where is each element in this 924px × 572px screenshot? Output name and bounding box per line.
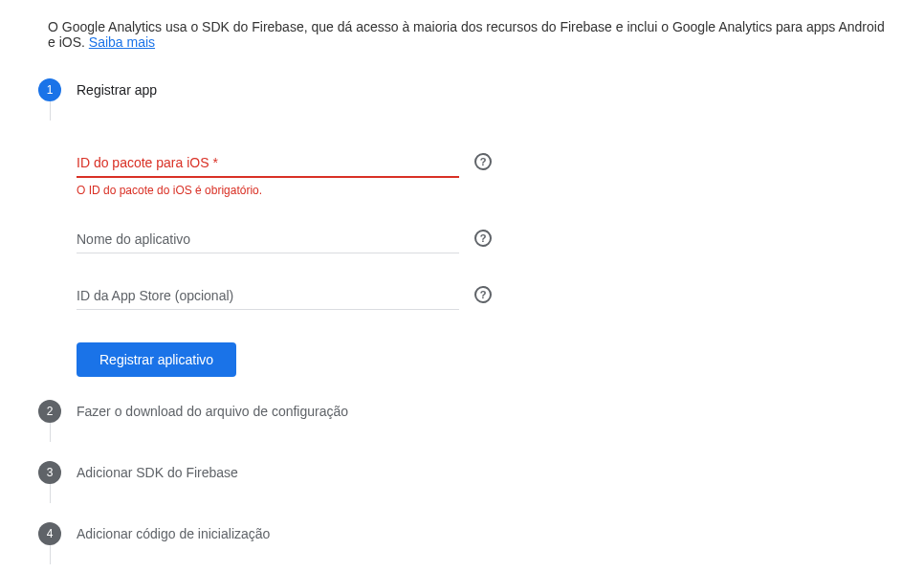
register-form: O ID do pacote do iOS é obrigatório. ? ?… <box>77 101 886 377</box>
bundle-id-input[interactable] <box>77 149 459 178</box>
app-store-id-input[interactable] <box>77 282 459 310</box>
connector <box>50 423 51 442</box>
step4-number: 4 <box>38 522 61 545</box>
step2-number: 2 <box>38 400 61 423</box>
bundle-id-error: O ID do pacote do iOS é obrigatório. <box>77 184 459 197</box>
step4-title: Adicionar código de inicialização <box>77 522 886 545</box>
stepper: 1 Registrar app O ID do pacote do iOS é … <box>38 78 886 572</box>
learn-more-link[interactable]: Saiba mais <box>89 34 155 50</box>
step-add-sdk: 3 Adicionar SDK do Firebase <box>38 461 886 522</box>
connector <box>50 101 51 121</box>
step-register-app: 1 Registrar app O ID do pacote do iOS é … <box>38 78 886 400</box>
step1-number: 1 <box>38 78 61 101</box>
step1-title: Registrar app <box>77 78 886 101</box>
step-init-code: 4 Adicionar código de inicialização <box>38 522 886 572</box>
help-icon[interactable]: ? <box>474 153 492 170</box>
step3-title: Adicionar SDK do Firebase <box>77 461 886 484</box>
step-download-config: 2 Fazer o download do arquivo de configu… <box>38 400 886 461</box>
step3-number: 3 <box>38 461 61 484</box>
register-app-button[interactable]: Registrar aplicativo <box>77 342 236 377</box>
help-icon[interactable]: ? <box>474 230 492 247</box>
connector <box>50 545 51 564</box>
step2-title: Fazer o download do arquivo de configura… <box>77 400 886 423</box>
intro-text: O Google Analytics usa o SDK do Firebase… <box>38 19 886 50</box>
app-name-input[interactable] <box>77 226 459 253</box>
connector <box>50 484 51 503</box>
help-icon[interactable]: ? <box>474 286 492 303</box>
intro-text-span: O Google Analytics usa o SDK do Firebase… <box>48 19 885 50</box>
